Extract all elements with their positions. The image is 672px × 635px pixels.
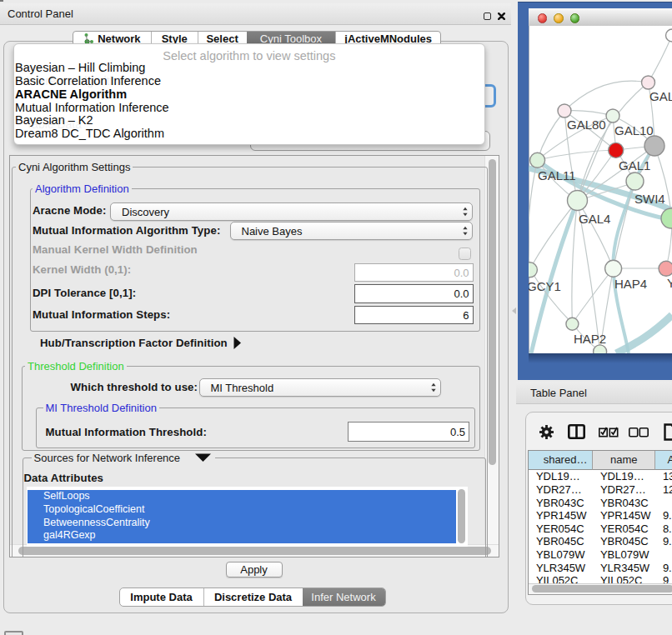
svg-text:GAL11: GAL11	[538, 168, 576, 182]
svg-text:SWI4: SWI4	[634, 192, 665, 206]
svg-text:HAP4: HAP4	[614, 277, 647, 291]
svg-text:GAL80: GAL80	[567, 118, 606, 132]
svg-text:GAL4: GAL4	[579, 212, 610, 226]
svg-text:GCY1: GCY1	[529, 279, 561, 293]
svg-text:HAP2: HAP2	[574, 332, 606, 346]
svg-text:GAL1: GAL1	[619, 158, 650, 172]
svg-text:GAL10: GAL10	[614, 123, 654, 138]
svg-text:GAL: GAL	[649, 89, 672, 103]
svg-text:Y: Y	[667, 276, 672, 290]
